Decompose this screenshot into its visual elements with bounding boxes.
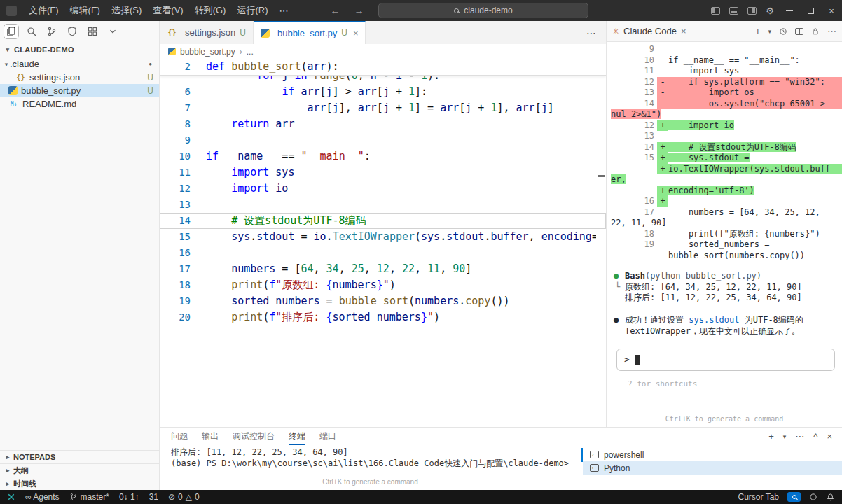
code-line[interactable]: 9: [160, 132, 606, 148]
git-sync-status[interactable]: 0↓ 1↑: [119, 492, 139, 502]
window-close-icon[interactable]: ×: [821, 0, 842, 21]
code-line[interactable]: 10if __name__ == "__main__":: [160, 148, 606, 164]
panel-tab-终端[interactable]: 终端: [289, 428, 305, 445]
more-actions-icon[interactable]: ⋯: [827, 26, 836, 36]
agents-status[interactable]: ∞ Agents: [25, 492, 60, 502]
breadcrumb-more[interactable]: ...: [247, 47, 254, 57]
claude-prompt-input[interactable]: >: [616, 349, 835, 371]
code-line[interactable]: 16: [160, 245, 606, 261]
chevron-down-icon[interactable]: ▾: [768, 28, 771, 35]
customize-layout-gear-icon[interactable]: ⚙: [761, 6, 779, 16]
diff-line-body: numbers = [64, 34, 25, 12,: [668, 207, 842, 218]
counter-status[interactable]: 31: [149, 492, 158, 502]
new-terminal-icon[interactable]: +: [768, 431, 774, 442]
tree-item-bubble_sort.py[interactable]: bubble_sort.pyU: [0, 84, 159, 97]
panel-tab-端口[interactable]: 端口: [319, 428, 336, 445]
status-circle-icon[interactable]: [809, 493, 817, 501]
lock-icon[interactable]: [811, 27, 820, 36]
tree-item-settings.json[interactable]: {}settings.jsonU: [0, 71, 159, 84]
new-chat-plus-icon[interactable]: +: [755, 26, 761, 36]
toggle-secondary-sidebar-icon[interactable]: [743, 7, 761, 15]
code-line[interactable]: 13: [160, 197, 606, 213]
terminal-item-powershell[interactable]: ›powershell: [583, 448, 842, 461]
code-line[interactable]: for j in range(0, n - i - 1):: [160, 76, 606, 84]
history-icon[interactable]: [779, 27, 787, 36]
editor-more-actions-icon[interactable]: ⋯: [577, 27, 606, 38]
remote-indicator-icon[interactable]: [7, 493, 15, 501]
menu-more-icon[interactable]: ⋯: [273, 6, 294, 16]
breadcrumb-file[interactable]: bubble_sort.py: [180, 47, 235, 57]
git-branch-status[interactable]: master*: [69, 492, 109, 502]
token: stdout: [256, 230, 294, 243]
token: arr: [308, 60, 326, 73]
notifications-bell-icon[interactable]: [826, 493, 835, 502]
run-debug-icon[interactable]: [64, 24, 80, 39]
window-minimize-icon[interactable]: [779, 0, 800, 21]
markdown-icon: M↓: [8, 101, 19, 107]
token: [: [320, 85, 326, 98]
code-line[interactable]: 19 sorted_numbers = bubble_sort(numbers.…: [160, 293, 606, 309]
panel-tab-调试控制台[interactable]: 调试控制台: [233, 428, 275, 445]
code-line[interactable]: 6 if arr[j] > arr[j + 1]:: [160, 84, 606, 100]
close-icon[interactable]: ×: [353, 28, 359, 38]
breadcrumb[interactable]: bubble_sort.py › ...: [160, 44, 606, 59]
nav-forward-icon[interactable]: →: [354, 5, 364, 16]
sidebar-section-大纲[interactable]: ▸大纲: [0, 463, 159, 477]
code-line[interactable]: 15 sys.stdout = io.TextIOWrapper(sys.std…: [160, 229, 606, 245]
terminal-profile-chevron-icon[interactable]: ▾: [783, 433, 787, 440]
problems-status[interactable]: ⊘ 0 △ 0: [168, 492, 200, 502]
search-view-icon[interactable]: [24, 24, 39, 39]
panel-tab-问题[interactable]: 问题: [171, 428, 188, 445]
menu-item[interactable]: 文件(F): [23, 4, 64, 17]
toggle-sidebar-icon[interactable]: [706, 7, 724, 15]
code-line[interactable]: 7 arr[j], arr[j + 1] = arr[j + 1], arr[j…: [160, 100, 606, 116]
terminal-item-Python[interactable]: ›Python: [583, 461, 842, 475]
menu-item[interactable]: 查看(V): [147, 4, 188, 17]
explorer-root-header[interactable]: ▾ CLAUDE-DEMO: [0, 42, 159, 57]
code-line[interactable]: 17 numbers = [64, 34, 25, 12, 22, 11, 90…: [160, 261, 606, 277]
code-line[interactable]: 12 import io: [160, 181, 606, 197]
panel-more-icon[interactable]: ⋯: [795, 431, 804, 442]
maximize-panel-icon[interactable]: ^: [813, 431, 817, 442]
explorer-icon[interactable]: [4, 24, 19, 39]
sidebar: ▾ CLAUDE-DEMO ▾.claude●{}settings.jsonUb…: [0, 21, 160, 490]
output-elbow-icon: └: [614, 282, 625, 293]
code-line[interactable]: 18 print(f"原数组: {numbers}"): [160, 277, 606, 293]
nav-back-icon[interactable]: ←: [330, 5, 340, 16]
code-editor[interactable]: 2def bubble_sort(arr): for j in range(0,…: [160, 59, 606, 427]
token: bubble_sort: [339, 295, 408, 307]
menu-item[interactable]: 转到(G): [189, 4, 232, 17]
extensions-icon[interactable]: [85, 24, 100, 39]
menu-item[interactable]: 编辑(E): [64, 4, 106, 17]
close-panel-icon[interactable]: ×: [827, 431, 832, 442]
window-maximize-icon[interactable]: [800, 0, 821, 21]
code-line[interactable]: 14 # 设置stdout为UTF-8编码: [160, 213, 606, 229]
sidebar-section-NOTEPADS[interactable]: ▸NOTEPADS: [0, 450, 159, 463]
cursor-tab-status[interactable]: Cursor Tab: [738, 492, 779, 502]
toggle-panel-icon[interactable]: [724, 7, 743, 15]
editor-scrollbar[interactable]: [596, 59, 606, 427]
split-editor-icon[interactable]: [795, 28, 803, 35]
diff-line-text: import io: [668, 120, 734, 130]
sidebar-section-时间线[interactable]: ▸时间线: [0, 477, 159, 490]
terminal-output[interactable]: 排序后: [11, 12, 22, 25, 34, 64, 90](base) …: [160, 445, 581, 490]
close-icon[interactable]: ×: [681, 26, 686, 36]
zoom-icon[interactable]: [787, 492, 801, 502]
tree-item-README.md[interactable]: M↓README.md: [0, 97, 159, 111]
panel-tab-输出[interactable]: 输出: [202, 428, 219, 445]
token: [: [377, 85, 383, 98]
token: [: [377, 102, 383, 114]
code-line[interactable]: 8 return arr: [160, 116, 606, 132]
more-views-chevron-icon[interactable]: [105, 24, 120, 39]
tree-item-.claude[interactable]: ▾.claude●: [0, 57, 159, 71]
menu-item[interactable]: 选择(S): [106, 4, 147, 17]
code-line[interactable]: 11 import sys: [160, 164, 606, 181]
tab-bubble_sort.py[interactable]: bubble_sort.pyU×: [254, 21, 366, 44]
tab-settings.json[interactable]: {}settings.jsonU: [160, 21, 254, 44]
command-center-search[interactable]: claude-demo: [378, 3, 588, 18]
code-line[interactable]: 20 print(f"排序后: {sorted_numbers}"): [160, 309, 606, 326]
code-line[interactable]: 2def bubble_sort(arr):: [160, 59, 606, 75]
source-control-icon[interactable]: [44, 24, 60, 39]
tab-label: bubble_sort.py: [277, 28, 337, 38]
menu-item[interactable]: 运行(R): [231, 4, 273, 17]
